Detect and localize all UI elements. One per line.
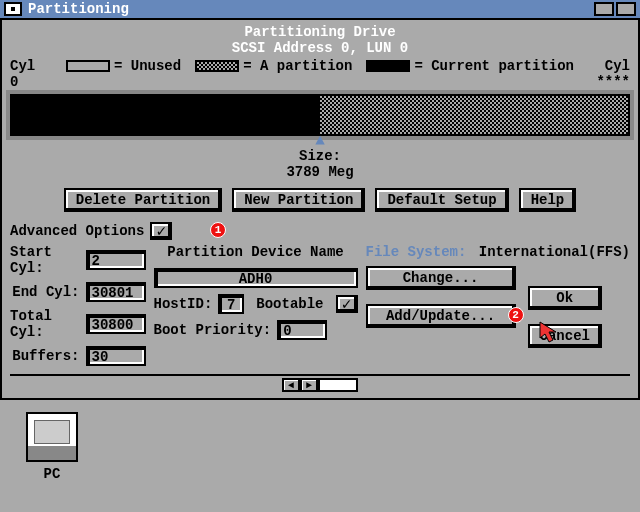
buffers-label: Buffers: bbox=[12, 348, 79, 364]
scroll-left-button[interactable]: ◄ bbox=[282, 378, 300, 392]
partition-bar[interactable] bbox=[10, 94, 630, 136]
depth-gadget[interactable] bbox=[616, 2, 636, 16]
drive-icon bbox=[26, 412, 78, 462]
swatch-current bbox=[366, 60, 410, 72]
legend-a-partition: = A partition bbox=[243, 58, 352, 74]
close-gadget[interactable] bbox=[4, 2, 22, 16]
horizontal-scrollbar[interactable]: ◄ ► bbox=[10, 374, 630, 394]
file-system-label: File System: bbox=[366, 244, 467, 260]
zoom-gadget[interactable] bbox=[594, 2, 614, 16]
advanced-options-checkbox[interactable]: ✓ bbox=[150, 222, 172, 240]
page-title: Partitioning Drive bbox=[10, 24, 630, 40]
change-button[interactable]: Change... bbox=[366, 266, 516, 290]
new-partition-button[interactable]: New Partition bbox=[232, 188, 365, 212]
bootable-checkbox[interactable]: ✓ bbox=[336, 295, 358, 313]
cyl-label-right: Cyl bbox=[580, 58, 630, 74]
end-cyl-label: End Cyl: bbox=[12, 284, 79, 300]
annotation-2: 2 bbox=[508, 307, 524, 323]
boot-priority-label: Boot Priority: bbox=[154, 322, 272, 338]
total-cyl-input[interactable]: 30800 bbox=[86, 314, 146, 334]
partitioning-window: Partitioning Drive SCSI Address 0, LUN 0… bbox=[0, 20, 640, 400]
cyl-label-left: Cyl bbox=[10, 58, 60, 74]
current-partition-region[interactable] bbox=[12, 96, 320, 134]
end-cyl-input[interactable]: 30801 bbox=[86, 282, 146, 302]
help-button[interactable]: Help bbox=[519, 188, 577, 212]
legend-current: = Current partition bbox=[414, 58, 574, 74]
size-value: 3789 Meg bbox=[10, 164, 630, 180]
file-system-name: International(FFS) bbox=[479, 244, 630, 260]
bootable-label: Bootable bbox=[256, 296, 323, 312]
start-cyl-input[interactable]: 2 bbox=[86, 250, 146, 270]
annotation-1: 1 bbox=[210, 222, 226, 238]
partition-device-name-label: Partition Device Name bbox=[154, 244, 358, 260]
default-setup-button[interactable]: Default Setup bbox=[375, 188, 508, 212]
delete-partition-button[interactable]: Delete Partition bbox=[64, 188, 222, 212]
partition-device-name-input[interactable]: ADH0 bbox=[154, 268, 358, 288]
ok-button[interactable]: Ok bbox=[528, 286, 602, 310]
advanced-options-label: Advanced Options bbox=[10, 223, 144, 239]
scroll-track[interactable] bbox=[318, 378, 358, 392]
pc-label: PC bbox=[22, 466, 82, 482]
buffers-input[interactable]: 30 bbox=[86, 346, 146, 366]
cylinder-legend: Cyl 0 = Unused = A partition = Current p… bbox=[10, 58, 630, 90]
swatch-a-partition bbox=[195, 60, 239, 72]
boot-priority-input[interactable]: 0 bbox=[277, 320, 327, 340]
cyl-value-right: **** bbox=[580, 74, 630, 90]
hostid-input[interactable]: 7 bbox=[218, 294, 244, 314]
start-cyl-label: Start Cyl: bbox=[10, 244, 80, 276]
scsi-address: SCSI Address 0, LUN 0 bbox=[10, 40, 630, 56]
add-update-button[interactable]: Add/Update... bbox=[366, 304, 516, 328]
cancel-button[interactable]: Cancel bbox=[528, 324, 602, 348]
window-title: Partitioning bbox=[28, 1, 594, 17]
scroll-right-button[interactable]: ► bbox=[300, 378, 318, 392]
partition-boundary-pointer[interactable]: ▲ bbox=[10, 136, 630, 146]
hostid-label: HostID: bbox=[154, 296, 213, 312]
total-cyl-label: Total Cyl: bbox=[10, 308, 80, 340]
pc-drive-icon[interactable]: PC bbox=[22, 412, 82, 482]
size-label: Size: bbox=[10, 148, 630, 164]
legend-unused: = Unused bbox=[114, 58, 181, 74]
cyl-value-left: 0 bbox=[10, 74, 60, 90]
titlebar[interactable]: Partitioning bbox=[0, 0, 640, 20]
swatch-unused bbox=[66, 60, 110, 72]
